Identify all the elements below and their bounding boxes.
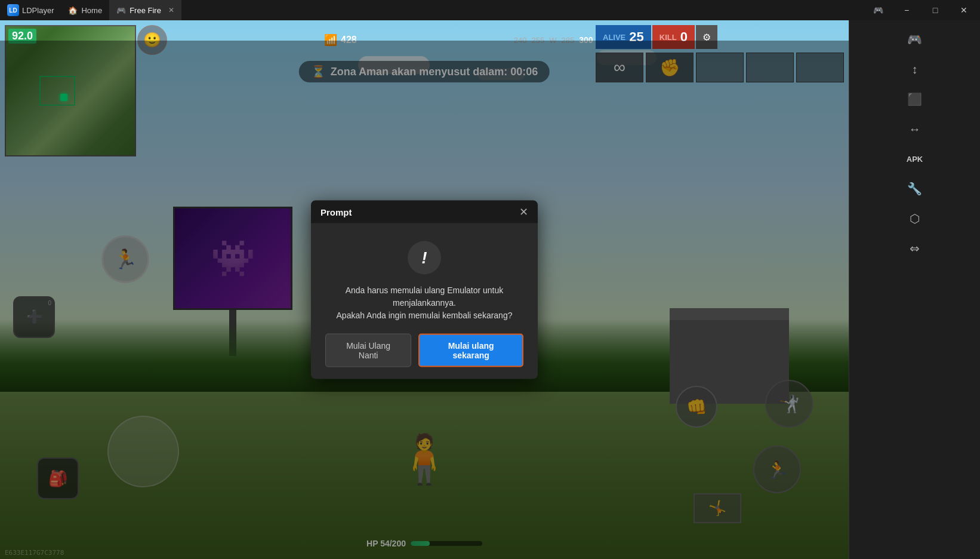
titlebar: LD LDPlayer 🏠 Home 🎮 Free Fire ✕ 🎮 − □ ✕ [0, 0, 980, 20]
gamepad-button[interactable]: 🎮 [864, 0, 892, 20]
tab-close-icon[interactable]: ✕ [168, 6, 174, 14]
dialog-message-line1: Anda harus memulai ulang Emulator untuk … [346, 285, 504, 308]
sidebar-icon-expand[interactable]: ⇔ [902, 235, 928, 262]
window-controls: 🎮 − □ ✕ [864, 0, 980, 20]
sidebar-icon-hex[interactable]: ⬡ [902, 205, 928, 232]
confirm-restart-button[interactable]: Mulai ulang sekarang [418, 334, 523, 367]
dialog-message: Anda harus memulai ulang Emulator untuk … [325, 284, 523, 322]
freefire-tab[interactable]: 🎮 Free Fire ✕ [109, 0, 181, 20]
ldplayer-icon: LD [7, 4, 19, 16]
minimize-button[interactable]: − [893, 0, 920, 20]
sidebar-icon-resize-vertical[interactable]: ↕ [902, 56, 928, 82]
prompt-dialog: Prompt ✕ ! Anda harus memulai ulang Emul… [311, 201, 538, 379]
maximize-button[interactable]: □ [922, 0, 949, 20]
home-tab-label: Home [81, 6, 102, 15]
sidebar-icon-gamepad[interactable]: 🎮 [902, 26, 928, 53]
ldplayer-tab[interactable]: LD LDPlayer [0, 0, 61, 20]
dialog-close-button[interactable]: ✕ [519, 207, 528, 217]
ldplayer-label: LDPlayer [22, 6, 54, 15]
cancel-restart-button[interactable]: Mulai Ulang Nanti [325, 334, 411, 367]
dialog-titlebar: Prompt ✕ [311, 201, 538, 223]
home-tab[interactable]: 🏠 Home [61, 0, 109, 20]
dialog-buttons: Mulai Ulang Nanti Mulai ulang sekarang [325, 334, 523, 367]
sidebar-icon-tools[interactable]: 🔧 [902, 176, 928, 202]
right-sidebar: 🎮 ↕ ⬛ ↔ APK 🔧 ⬡ ⇔ [849, 20, 980, 559]
dialog-body: ! Anda harus memulai ulang Emulator untu… [311, 223, 538, 379]
titlebar-left: LD LDPlayer 🏠 Home 🎮 Free Fire ✕ [0, 0, 864, 20]
home-icon: 🏠 [68, 6, 78, 15]
sidebar-icon-apk[interactable]: APK [902, 146, 928, 172]
close-button[interactable]: ✕ [950, 0, 978, 20]
dialog-title: Prompt [320, 207, 352, 217]
freefire-tab-label: Free Fire [130, 6, 161, 15]
freefire-icon: 🎮 [116, 6, 126, 15]
sidebar-icon-display[interactable]: ⬛ [902, 86, 928, 112]
warning-char: ! [421, 248, 427, 268]
dialog-message-line2: Apakah Anda ingin memulai kembali sekara… [337, 311, 513, 320]
dialog-warning-icon: ! [408, 241, 441, 275]
game-area: 👾 🧍 92.0 🙂 📶 428 240 255 W 285 300 NW 33… [0, 20, 849, 559]
sidebar-icon-resize-horizontal[interactable]: ↔ [902, 116, 928, 142]
